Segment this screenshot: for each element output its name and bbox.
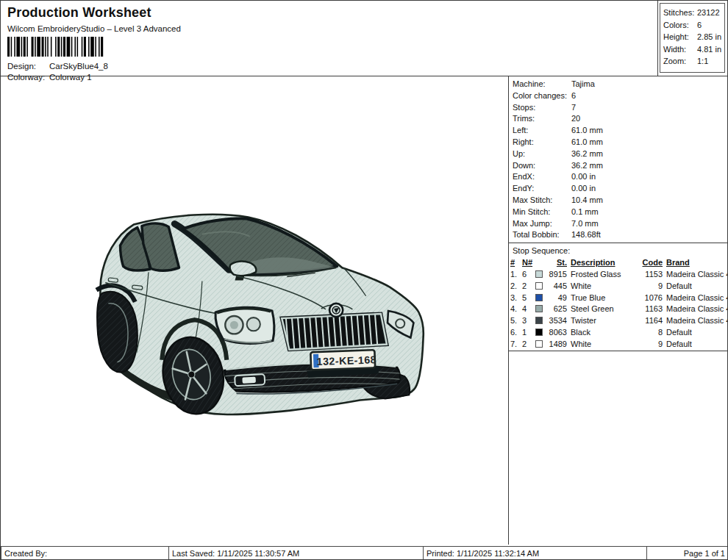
header-left: Production Worksheet Wilcom EmbroiderySt… <box>7 5 181 82</box>
thread-color-swatch <box>535 329 543 336</box>
plate-number: 132-KE-168 <box>316 353 377 367</box>
footer-printed: Printed: 1/11/2025 11:32:14 AM <box>423 546 646 560</box>
design-value: CarSkyBlue4_8 <box>49 62 108 71</box>
stat-zoom: Zoom: 1:1 <box>663 55 724 68</box>
stat-colors: Colors: 6 <box>663 19 724 32</box>
thread-color-swatch <box>535 294 543 301</box>
machine-info-panel: Machine:Tajima Color changes:6 Stops:7 T… <box>508 76 728 545</box>
app-subtitle: Wilcom EmbroideryStudio – Level 3 Advanc… <box>7 24 181 33</box>
car-rear-wheel <box>96 285 138 372</box>
stop-sequence-row: 2.2 445White 9Default <box>509 281 728 292</box>
stop-sequence-row: 4.4 625Steel Green 1163Madeira Classic 4… <box>509 304 728 315</box>
stop-sequence-row: 6.1 8063Black 8Default <box>509 327 728 339</box>
stop-sequence-bottom-border <box>509 351 728 351</box>
car-door-handle <box>132 285 143 290</box>
thread-color-swatch <box>535 282 543 290</box>
stop-sequence-row: 3.5 49True Blue 1076Madeira Classic 40 <box>509 292 728 304</box>
footer: Created By: Last Saved: 1/11/2025 11:30:… <box>1 546 728 560</box>
stop-sequence-title: Stop Sequence: <box>509 243 728 257</box>
design-label: Design: <box>7 62 49 71</box>
page-title: Production Worksheet <box>7 5 181 21</box>
footer-page-number: Page 1 of 1 <box>646 546 728 560</box>
thread-color-swatch <box>535 340 543 348</box>
stat-height: Height: 2.85 in <box>663 31 724 43</box>
production-worksheet-page: Production Worksheet Wilcom EmbroiderySt… <box>0 0 728 560</box>
main-area: 132-KE-168 Machine:Tajima Color changes:… <box>1 76 728 545</box>
car-license-plate: 132-KE-168 <box>306 350 379 378</box>
design-barcode-icon <box>7 37 146 57</box>
car-grille <box>282 312 387 351</box>
footer-last-saved: Last Saved: 1/11/2025 11:30:57 AM <box>168 546 423 560</box>
stop-sequence-row: 5.3 3534Twister 1164Madeira Classic 40 <box>509 315 728 327</box>
car-fog-light <box>235 374 265 386</box>
stop-sequence-header-row: # N# St. Description Code Brand <box>509 257 728 269</box>
design-preview-canvas: 132-KE-168 <box>1 76 508 545</box>
footer-created-by: Created By: <box>1 546 168 560</box>
embroidered-car-image: 132-KE-168 <box>90 198 448 423</box>
stop-sequence-row: 1.6 8915Frosted Glass 1153Madeira Classi… <box>509 269 728 281</box>
stop-sequence-row: 7.2 1489White 9Default <box>509 339 728 351</box>
stat-stitches: Stitches: 23122 <box>663 7 724 19</box>
car-door-handle <box>108 278 118 283</box>
thread-color-swatch <box>535 317 543 324</box>
car-left-headlight <box>215 307 274 343</box>
stop-sequence-table: # N# St. Description Code Brand 1.6 8915… <box>509 257 728 350</box>
thread-color-swatch <box>535 270 543 278</box>
thread-color-swatch <box>535 305 543 312</box>
stat-width: Width: 4.81 in <box>663 43 724 56</box>
machine-list: Machine:Tajima Color changes:6 Stops:7 T… <box>509 76 728 243</box>
design-stats-box: Stitches: 23122 Colors: 6 Height: 2.85 i… <box>660 3 725 73</box>
header-divider <box>657 1 658 76</box>
header: Production Worksheet Wilcom EmbroiderySt… <box>1 1 728 76</box>
design-row: Design: CarSkyBlue4_8 <box>7 62 181 71</box>
